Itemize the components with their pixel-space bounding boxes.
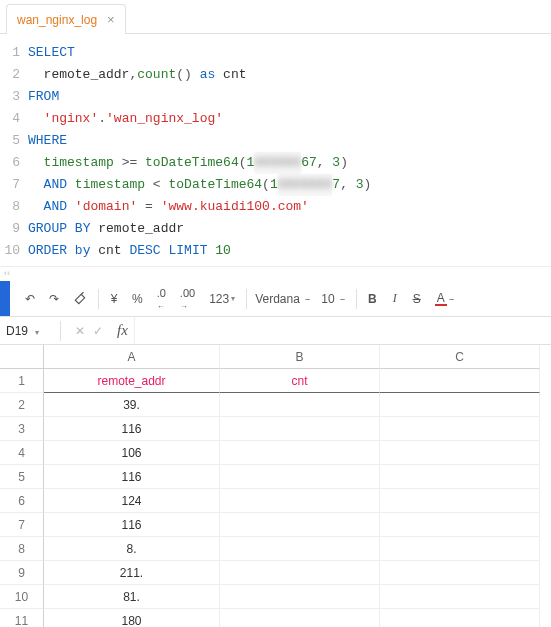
redo-button[interactable]: ↷	[42, 288, 66, 310]
row-header[interactable]: 4	[0, 441, 44, 465]
editor-collapse-handle[interactable]: ‹‹	[0, 267, 551, 281]
code-line[interactable]: AND 'domain' = 'www.kuaidi100.com'	[28, 196, 543, 218]
col-header-b[interactable]: B	[220, 345, 380, 369]
name-fx-bar: D19 ▾ ✕ ✓ fx	[0, 317, 551, 345]
toolbar-accent	[0, 281, 10, 316]
chevron-down-icon[interactable]: ▾	[35, 328, 39, 337]
formula-input[interactable]	[134, 317, 551, 344]
cell[interactable]: remote_addr	[44, 369, 220, 393]
cell[interactable]	[380, 585, 540, 609]
line-gutter: 12345678910	[0, 42, 28, 262]
code-line[interactable]: 'nginx'.'wan_nginx_log'	[28, 108, 543, 130]
cell[interactable]	[380, 609, 540, 627]
col-header-c[interactable]: C	[380, 345, 540, 369]
bold-button[interactable]: B	[361, 288, 384, 310]
code-body[interactable]: SELECT remote_addr,count() as cntFROM 'n…	[28, 42, 551, 262]
separator	[356, 289, 357, 309]
undo-button[interactable]: ↶	[18, 288, 42, 310]
spreadsheet-toolbar: ↶ ↷ ¥ % .0← .00→ 123▾ Verdana ‒ 10 ‒ B I…	[0, 281, 551, 317]
text-color-button[interactable]: A‒	[428, 288, 461, 310]
cell[interactable]	[380, 441, 540, 465]
font-family-select[interactable]: Verdana ‒	[251, 292, 314, 306]
cell[interactable]	[220, 417, 380, 441]
cell[interactable]: 124	[44, 489, 220, 513]
separator	[98, 289, 99, 309]
cell[interactable]: 116	[44, 513, 220, 537]
cell[interactable]	[380, 537, 540, 561]
cell[interactable]	[380, 489, 540, 513]
code-line[interactable]: FROM	[28, 86, 543, 108]
row-header[interactable]: 7	[0, 513, 44, 537]
row-header[interactable]: 10	[0, 585, 44, 609]
cell-reference: D19	[6, 324, 28, 338]
cell[interactable]	[220, 489, 380, 513]
percent-button[interactable]: %	[125, 288, 150, 310]
code-line[interactable]: GROUP BY remote_addr	[28, 218, 543, 240]
separator	[60, 321, 61, 341]
cell[interactable]	[220, 393, 380, 417]
col-header-a[interactable]: A	[44, 345, 220, 369]
cell[interactable]	[220, 441, 380, 465]
cell[interactable]: 39.	[44, 393, 220, 417]
row-header[interactable]: 11	[0, 609, 44, 627]
code-line[interactable]: remote_addr,count() as cnt	[28, 64, 543, 86]
cell[interactable]: 116	[44, 417, 220, 441]
cell[interactable]	[380, 561, 540, 585]
cell[interactable]	[220, 609, 380, 627]
cell[interactable]: 81.	[44, 585, 220, 609]
cell[interactable]: 211.	[44, 561, 220, 585]
cancel-edit-icon[interactable]: ✕	[75, 324, 85, 338]
tab-bar: wan_nginx_log ×	[0, 0, 551, 34]
code-line[interactable]: SELECT	[28, 42, 543, 64]
cell[interactable]	[220, 513, 380, 537]
currency-button[interactable]: ¥	[103, 288, 125, 310]
row-header[interactable]: 8	[0, 537, 44, 561]
cell[interactable]: 106	[44, 441, 220, 465]
confirm-edit-icon[interactable]: ✓	[93, 324, 103, 338]
separator	[246, 289, 247, 309]
tab-wan-nginx-log[interactable]: wan_nginx_log ×	[6, 4, 126, 34]
spreadsheet-grid[interactable]: A B C 1remote_addrcnt239.311641065116612…	[0, 345, 551, 627]
row-header[interactable]: 2	[0, 393, 44, 417]
row-header[interactable]: 6	[0, 489, 44, 513]
row-header[interactable]: 9	[0, 561, 44, 585]
code-line[interactable]: ORDER by cnt DESC LIMIT 10	[28, 240, 543, 262]
select-all-corner[interactable]	[0, 345, 44, 369]
name-box[interactable]: D19 ▾	[0, 324, 56, 338]
code-line[interactable]: timestamp >= toDateTime64(100000067, 3)	[28, 152, 543, 174]
cell[interactable]	[220, 465, 380, 489]
row-header[interactable]: 1	[0, 369, 44, 393]
number-format-button[interactable]: 123▾	[202, 288, 242, 310]
cell[interactable]	[380, 513, 540, 537]
increase-decimal-button[interactable]: .00→	[173, 283, 202, 315]
paint-format-button[interactable]	[66, 288, 94, 310]
cell[interactable]	[380, 465, 540, 489]
cell[interactable]: 116	[44, 465, 220, 489]
close-icon[interactable]: ×	[107, 12, 115, 27]
code-line[interactable]: AND timestamp < toDateTime64(100000007, …	[28, 174, 543, 196]
tab-title: wan_nginx_log	[17, 13, 97, 27]
cell[interactable]	[220, 537, 380, 561]
cell[interactable]	[220, 585, 380, 609]
font-size-select[interactable]: 10 ‒	[314, 288, 352, 310]
strike-button[interactable]: S	[406, 288, 428, 310]
code-line[interactable]: WHERE	[28, 130, 543, 152]
row-header[interactable]: 3	[0, 417, 44, 441]
cell[interactable]: cnt	[220, 369, 380, 393]
cell[interactable]	[380, 393, 540, 417]
cell[interactable]: 8.	[44, 537, 220, 561]
row-header[interactable]: 5	[0, 465, 44, 489]
sql-editor[interactable]: 12345678910 SELECT remote_addr,count() a…	[0, 34, 551, 267]
decrease-decimal-button[interactable]: .0←	[150, 283, 173, 315]
cell[interactable]: 180	[44, 609, 220, 627]
cell[interactable]	[380, 369, 540, 393]
cell[interactable]	[220, 561, 380, 585]
fx-icon[interactable]: fx	[117, 322, 128, 339]
cell[interactable]	[380, 417, 540, 441]
italic-button[interactable]: I	[384, 287, 406, 310]
